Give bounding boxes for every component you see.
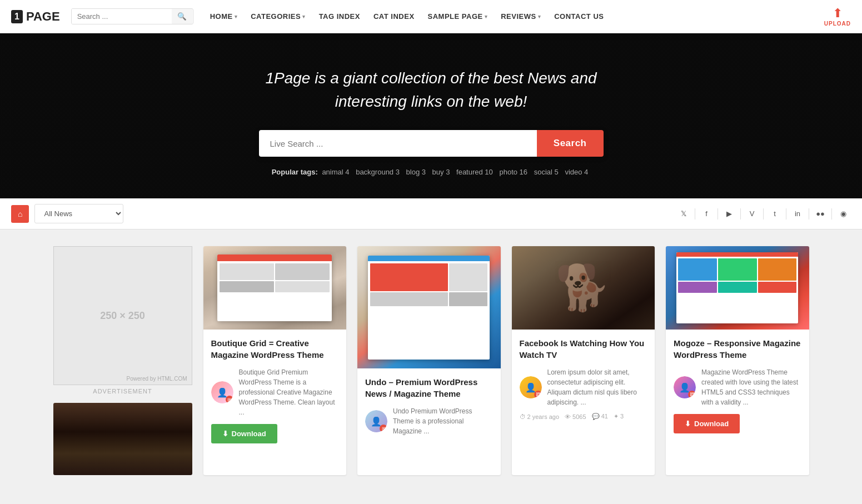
card-undo-excerpt: Undo Premium WordPress Theme is a profes… — [393, 406, 493, 436]
card-mogoze-title: Mogoze – Responsive Magazine WordPress T… — [674, 337, 801, 361]
popular-tags-label: Popular tags: — [272, 168, 318, 176]
hero-search-button[interactable]: Search — [537, 130, 604, 157]
nav-reviews[interactable]: REVIEWS ▾ — [501, 12, 541, 21]
meta-comments: 💬 41 — [592, 413, 608, 420]
card-facebook-meta: ⏱ 2 years ago 👁 5065 💬 41 ✦ 3 — [520, 413, 647, 420]
site-header: 1 PAGE 🔍 HOME ▾ CATEGORIES ▾ TAG INDEX C… — [0, 0, 862, 33]
download-icon: ⬇ — [222, 430, 228, 438]
divider — [740, 208, 741, 219]
tag-social[interactable]: social 5 — [534, 168, 559, 176]
header-search: 🔍 — [71, 8, 193, 24]
sidebar-image-inner — [53, 403, 192, 475]
tumblr-icon[interactable]: t — [767, 206, 783, 222]
download-label: Download — [232, 430, 266, 438]
card-boutique-title: Boutique Grid = Creative Magazine WordPr… — [211, 337, 339, 361]
home-filter-button[interactable]: ⌂ — [11, 205, 29, 223]
author-badge-icon: ⊞ — [227, 397, 231, 402]
nav-categories[interactable]: CATEGORIES ▾ — [251, 12, 306, 21]
flickr-icon[interactable]: ●● — [813, 206, 828, 222]
chevron-down-icon: ▾ — [235, 14, 238, 19]
meta-extra: ✦ 3 — [614, 413, 624, 420]
tag-blog[interactable]: blog 3 — [406, 168, 426, 176]
filter-bar: ⌂ All News Technology Design News Review… — [0, 198, 862, 229]
tag-buy[interactable]: buy 3 — [432, 168, 450, 176]
card-undo-body: Undo – Premium WordPress News / Magazine… — [357, 368, 501, 450]
divider — [695, 208, 695, 219]
upload-button[interactable]: ⬆ UPLOAD — [824, 6, 851, 27]
ad-size-label: 250 × 250 — [100, 310, 145, 322]
divider — [786, 208, 786, 219]
category-select[interactable]: All News Technology Design News Reviews — [34, 204, 123, 223]
social-icons-bar: 𝕏 f ▶ V t in ●● ◉ — [676, 206, 851, 222]
popular-tags: Popular tags: animal 4 background 3 blog… — [11, 168, 851, 176]
chevron-down-icon: ▾ — [302, 14, 306, 19]
nav-cat-index[interactable]: CAT INDEX — [373, 12, 415, 21]
upload-label: UPLOAD — [824, 21, 851, 27]
author-avatar: 👤 🖼 — [520, 376, 542, 398]
card-boutique-excerpt: Boutique Grid Premium WordPress Theme is… — [239, 367, 339, 417]
divider — [809, 208, 809, 219]
hero-headline: 1Page is a giant collection of the best … — [237, 67, 626, 113]
card-facebook-excerpt: Lorem ipsum dolor sit amet, consectetur … — [547, 367, 647, 407]
card-boutique-body: Boutique Grid = Creative Magazine WordPr… — [203, 330, 347, 451]
divider — [763, 208, 764, 219]
header-search-button[interactable]: 🔍 — [172, 9, 192, 24]
card-mogoze-excerpt: Magazine WordPress Theme created with lo… — [701, 367, 801, 407]
tag-photo[interactable]: photo 16 — [499, 168, 527, 176]
ad-powered-label: Powered by HTML.COM — [127, 376, 187, 382]
logo-text: PAGE — [26, 9, 60, 24]
tag-video[interactable]: video 4 — [565, 168, 588, 176]
nav-tag-index[interactable]: TAG INDEX — [319, 12, 360, 21]
divider — [831, 208, 832, 219]
linkedin-icon[interactable]: in — [790, 206, 805, 222]
hero-section: 1Page is a giant collection of the best … — [0, 33, 862, 198]
author-badge-icon: 🖼 — [690, 392, 694, 397]
facebook-icon[interactable]: f — [699, 206, 714, 222]
chevron-down-icon: ▾ — [538, 14, 541, 19]
hero-search-bar: Search — [259, 130, 604, 157]
card-facebook-author: 👤 🖼 Lorem ipsum dolor sit amet, consecte… — [520, 367, 647, 407]
chevron-down-icon: ▾ — [485, 14, 488, 19]
card-facebook-title: Facebook Is Watching How You Watch TV — [520, 337, 647, 361]
meta-time: ⏱ 2 years ago — [520, 413, 560, 420]
card-mogoze-body: Mogoze – Responsive Magazine WordPress T… — [666, 330, 809, 441]
author-avatar: 👤 ⊞ — [211, 381, 233, 403]
site-logo[interactable]: 1 PAGE — [11, 9, 60, 24]
author-avatar: 👤 ⊞ — [365, 410, 387, 432]
hero-search-input[interactable] — [259, 130, 537, 157]
card-undo: Undo – Premium WordPress News / Magazine… — [357, 246, 501, 475]
nav-sample-page[interactable]: SAMPLE PAGE ▾ — [428, 12, 488, 21]
mogoze-download-button[interactable]: ⬇ Download — [674, 414, 740, 433]
twitter-icon[interactable]: 𝕏 — [676, 206, 691, 222]
youtube-icon[interactable]: ▶ — [721, 206, 737, 222]
author-badge-icon: 🖼 — [536, 392, 540, 397]
main-content: 250 × 250 Powered by HTML.COM ADVERTISEM… — [42, 229, 820, 492]
tag-background[interactable]: background 3 — [356, 168, 400, 176]
header-search-input[interactable] — [72, 9, 172, 24]
author-avatar: 👤 🖼 — [674, 376, 696, 398]
sidebar: 250 × 250 Powered by HTML.COM ADVERTISEM… — [53, 246, 192, 475]
vimeo-icon[interactable]: V — [744, 206, 760, 222]
main-nav: HOME ▾ CATEGORIES ▾ TAG INDEX CAT INDEX … — [210, 12, 604, 21]
upload-icon: ⬆ — [833, 6, 843, 21]
advertisement-label: ADVERTISEMENT — [53, 388, 192, 395]
card-facebook-body: Facebook Is Watching How You Watch TV 👤 … — [512, 330, 655, 428]
card-mogoze-author: 👤 🖼 Magazine WordPress Theme created wit… — [674, 367, 801, 407]
author-badge-icon: ⊞ — [382, 426, 386, 431]
download-button[interactable]: ⬇ Download — [211, 424, 277, 443]
sidebar-image — [53, 403, 192, 475]
tag-featured[interactable]: featured 10 — [456, 168, 493, 176]
nav-home[interactable]: HOME ▾ — [210, 12, 238, 21]
tag-animal[interactable]: animal 4 — [322, 168, 349, 176]
logo-number: 1 — [11, 10, 23, 23]
card-undo-author: 👤 ⊞ Undo Premium WordPress Theme is a pr… — [365, 406, 493, 436]
card-mogoze: Mogoze – Responsive Magazine WordPress T… — [666, 246, 809, 475]
card-facebook: 🐕 Facebook Is Watching How You Watch TV … — [512, 246, 655, 475]
card-boutique: Boutique Grid = Creative Magazine WordPr… — [203, 246, 347, 475]
divider — [717, 208, 718, 219]
mogoze-download-label: Download — [694, 420, 729, 428]
card-boutique-author: 👤 ⊞ Boutique Grid Premium WordPress Them… — [211, 367, 339, 417]
nav-contact-us[interactable]: CONTACT US — [554, 12, 604, 21]
rss-icon[interactable]: ◉ — [835, 206, 851, 222]
download-icon: ⬇ — [685, 420, 691, 428]
